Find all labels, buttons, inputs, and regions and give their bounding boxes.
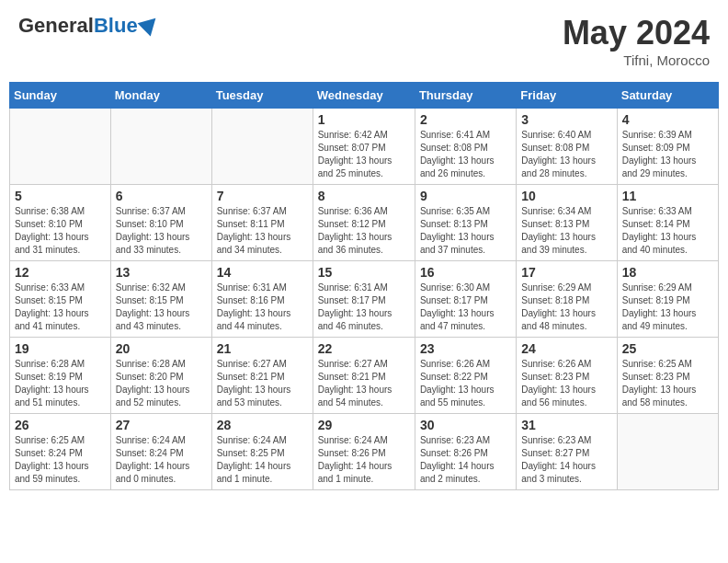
- day-number: 15: [318, 265, 410, 280]
- day-number: 2: [420, 112, 511, 127]
- calendar-cell: 30Sunrise: 6:23 AM Sunset: 8:26 PM Dayli…: [415, 414, 516, 490]
- calendar-cell: [110, 109, 211, 185]
- calendar-cell: 12Sunrise: 6:33 AM Sunset: 8:15 PM Dayli…: [10, 261, 111, 338]
- calendar-cell: 23Sunrise: 6:26 AM Sunset: 8:22 PM Dayli…: [415, 338, 516, 414]
- logo: General Blue: [18, 14, 159, 38]
- calendar-cell: [617, 414, 718, 490]
- calendar-cell: 4Sunrise: 6:39 AM Sunset: 8:09 PM Daylig…: [617, 109, 718, 185]
- calendar-cell: 14Sunrise: 6:31 AM Sunset: 8:16 PM Dayli…: [211, 261, 313, 338]
- day-info: Sunrise: 6:35 AM Sunset: 8:13 PM Dayligh…: [420, 205, 511, 257]
- calendar-week-row: 19Sunrise: 6:28 AM Sunset: 8:19 PM Dayli…: [10, 338, 719, 414]
- day-info: Sunrise: 6:28 AM Sunset: 8:20 PM Dayligh…: [116, 358, 207, 409]
- day-number: 30: [420, 418, 511, 432]
- calendar-cell: 13Sunrise: 6:32 AM Sunset: 8:15 PM Dayli…: [110, 261, 211, 338]
- day-number: 4: [622, 112, 713, 127]
- calendar-week-row: 5Sunrise: 6:38 AM Sunset: 8:10 PM Daylig…: [10, 185, 719, 261]
- day-info: Sunrise: 6:25 AM Sunset: 8:23 PM Dayligh…: [622, 358, 713, 409]
- day-number: 12: [15, 265, 106, 280]
- calendar-cell: [10, 109, 111, 185]
- col-wednesday: Wednesday: [313, 83, 415, 109]
- col-saturday: Saturday: [617, 83, 718, 109]
- day-number: 16: [420, 265, 511, 280]
- day-info: Sunrise: 6:33 AM Sunset: 8:15 PM Dayligh…: [15, 282, 106, 333]
- day-info: Sunrise: 6:29 AM Sunset: 8:18 PM Dayligh…: [521, 282, 611, 333]
- day-info: Sunrise: 6:26 AM Sunset: 8:23 PM Dayligh…: [521, 358, 611, 409]
- day-info: Sunrise: 6:41 AM Sunset: 8:08 PM Dayligh…: [420, 129, 511, 180]
- title-block: May 2024 Tifni, Morocco: [563, 14, 710, 68]
- day-number: 7: [217, 189, 308, 203]
- col-sunday: Sunday: [10, 83, 111, 109]
- calendar-cell: 27Sunrise: 6:24 AM Sunset: 8:24 PM Dayli…: [110, 414, 211, 490]
- calendar-cell: 10Sunrise: 6:34 AM Sunset: 8:13 PM Dayli…: [517, 185, 617, 261]
- day-info: Sunrise: 6:24 AM Sunset: 8:25 PM Dayligh…: [217, 434, 308, 486]
- day-number: 19: [15, 341, 106, 356]
- day-number: 6: [116, 189, 207, 203]
- day-info: Sunrise: 6:29 AM Sunset: 8:19 PM Dayligh…: [622, 282, 713, 333]
- calendar-cell: 20Sunrise: 6:28 AM Sunset: 8:20 PM Dayli…: [110, 338, 211, 414]
- day-info: Sunrise: 6:25 AM Sunset: 8:24 PM Dayligh…: [15, 434, 106, 486]
- day-info: Sunrise: 6:37 AM Sunset: 8:11 PM Dayligh…: [217, 205, 308, 257]
- calendar-cell: 25Sunrise: 6:25 AM Sunset: 8:23 PM Dayli…: [617, 338, 718, 414]
- calendar-cell: 18Sunrise: 6:29 AM Sunset: 8:19 PM Dayli…: [617, 261, 718, 338]
- calendar-cell: 29Sunrise: 6:24 AM Sunset: 8:26 PM Dayli…: [313, 414, 415, 490]
- col-tuesday: Tuesday: [211, 83, 313, 109]
- day-number: 11: [622, 189, 713, 203]
- day-info: Sunrise: 6:37 AM Sunset: 8:10 PM Dayligh…: [116, 205, 207, 257]
- calendar-cell: 2Sunrise: 6:41 AM Sunset: 8:08 PM Daylig…: [415, 109, 516, 185]
- day-number: 25: [622, 341, 713, 356]
- day-info: Sunrise: 6:36 AM Sunset: 8:12 PM Dayligh…: [318, 205, 410, 257]
- calendar-cell: 19Sunrise: 6:28 AM Sunset: 8:19 PM Dayli…: [10, 338, 111, 414]
- col-monday: Monday: [110, 83, 211, 109]
- calendar-cell: 24Sunrise: 6:26 AM Sunset: 8:23 PM Dayli…: [517, 338, 617, 414]
- calendar-cell: 3Sunrise: 6:40 AM Sunset: 8:08 PM Daylig…: [517, 109, 617, 185]
- day-info: Sunrise: 6:33 AM Sunset: 8:14 PM Dayligh…: [622, 205, 713, 257]
- page-header: General Blue May 2024 Tifni, Morocco: [9, 9, 719, 73]
- calendar-cell: 8Sunrise: 6:36 AM Sunset: 8:12 PM Daylig…: [313, 185, 415, 261]
- day-info: Sunrise: 6:26 AM Sunset: 8:22 PM Dayligh…: [420, 358, 511, 409]
- day-number: 9: [420, 189, 511, 203]
- day-number: 1: [318, 112, 410, 127]
- month-year-title: May 2024: [563, 14, 710, 52]
- day-info: Sunrise: 6:31 AM Sunset: 8:17 PM Dayligh…: [318, 282, 410, 333]
- col-thursday: Thursday: [415, 83, 516, 109]
- calendar-cell: 11Sunrise: 6:33 AM Sunset: 8:14 PM Dayli…: [617, 185, 718, 261]
- day-number: 3: [521, 112, 611, 127]
- day-number: 21: [217, 341, 308, 356]
- day-number: 29: [318, 418, 410, 432]
- logo-general-text: General: [18, 14, 94, 38]
- day-info: Sunrise: 6:38 AM Sunset: 8:10 PM Dayligh…: [15, 205, 106, 257]
- logo-blue-text: Blue: [94, 14, 138, 38]
- calendar-cell: 15Sunrise: 6:31 AM Sunset: 8:17 PM Dayli…: [313, 261, 415, 338]
- calendar-week-row: 1Sunrise: 6:42 AM Sunset: 8:07 PM Daylig…: [10, 109, 719, 185]
- day-number: 13: [116, 265, 207, 280]
- calendar-cell: 31Sunrise: 6:23 AM Sunset: 8:27 PM Dayli…: [517, 414, 617, 490]
- calendar-cell: 22Sunrise: 6:27 AM Sunset: 8:21 PM Dayli…: [313, 338, 415, 414]
- calendar-cell: 26Sunrise: 6:25 AM Sunset: 8:24 PM Dayli…: [10, 414, 111, 490]
- day-number: 14: [217, 265, 308, 280]
- calendar-cell: 17Sunrise: 6:29 AM Sunset: 8:18 PM Dayli…: [517, 261, 617, 338]
- day-info: Sunrise: 6:24 AM Sunset: 8:24 PM Dayligh…: [116, 434, 207, 486]
- col-friday: Friday: [517, 83, 617, 109]
- calendar-cell: 1Sunrise: 6:42 AM Sunset: 8:07 PM Daylig…: [313, 109, 415, 185]
- calendar-cell: 7Sunrise: 6:37 AM Sunset: 8:11 PM Daylig…: [211, 185, 313, 261]
- day-number: 10: [521, 189, 611, 203]
- calendar-week-row: 12Sunrise: 6:33 AM Sunset: 8:15 PM Dayli…: [10, 261, 719, 338]
- day-info: Sunrise: 6:42 AM Sunset: 8:07 PM Dayligh…: [318, 129, 410, 180]
- day-number: 23: [420, 341, 511, 356]
- calendar-cell: [211, 109, 313, 185]
- day-info: Sunrise: 6:23 AM Sunset: 8:26 PM Dayligh…: [420, 434, 511, 486]
- day-info: Sunrise: 6:32 AM Sunset: 8:15 PM Dayligh…: [116, 282, 207, 333]
- day-info: Sunrise: 6:27 AM Sunset: 8:21 PM Dayligh…: [217, 358, 308, 409]
- day-number: 18: [622, 265, 713, 280]
- day-number: 8: [318, 189, 410, 203]
- day-info: Sunrise: 6:34 AM Sunset: 8:13 PM Dayligh…: [521, 205, 611, 257]
- day-number: 28: [217, 418, 308, 432]
- calendar-header-row: Sunday Monday Tuesday Wednesday Thursday…: [10, 83, 719, 109]
- day-info: Sunrise: 6:23 AM Sunset: 8:27 PM Dayligh…: [521, 434, 611, 486]
- location-subtitle: Tifni, Morocco: [563, 52, 710, 68]
- day-info: Sunrise: 6:39 AM Sunset: 8:09 PM Dayligh…: [622, 129, 713, 180]
- day-info: Sunrise: 6:31 AM Sunset: 8:16 PM Dayligh…: [217, 282, 308, 333]
- calendar-cell: 6Sunrise: 6:37 AM Sunset: 8:10 PM Daylig…: [110, 185, 211, 261]
- calendar-cell: 21Sunrise: 6:27 AM Sunset: 8:21 PM Dayli…: [211, 338, 313, 414]
- calendar-cell: 9Sunrise: 6:35 AM Sunset: 8:13 PM Daylig…: [415, 185, 516, 261]
